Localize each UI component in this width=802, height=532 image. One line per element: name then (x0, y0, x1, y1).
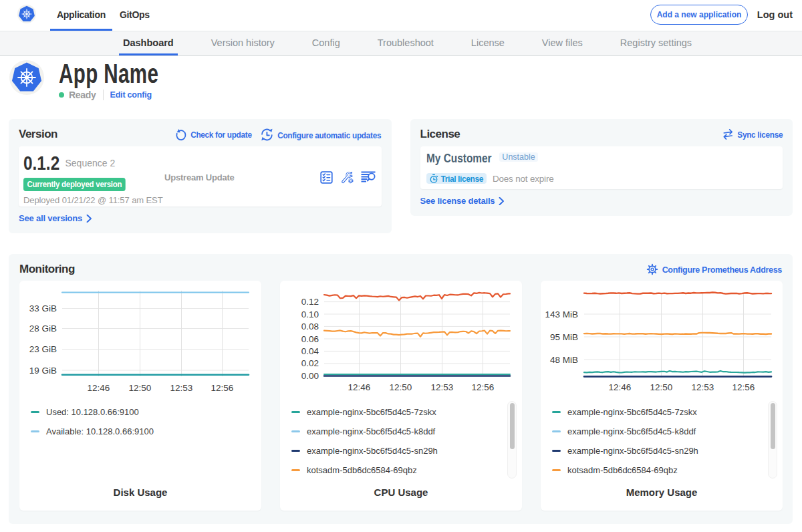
svg-text:12:56: 12:56 (211, 383, 234, 393)
svg-text:0.06: 0.06 (301, 334, 319, 344)
svg-text:12:46: 12:46 (609, 382, 632, 392)
svg-text:12:56: 12:56 (472, 382, 495, 392)
svg-text:12:50: 12:50 (129, 383, 152, 393)
svg-text:12:46: 12:46 (348, 382, 371, 392)
svg-text:0.02: 0.02 (301, 358, 319, 368)
svg-text:0.12: 0.12 (301, 297, 319, 307)
svg-text:0.10: 0.10 (301, 309, 319, 319)
svg-text:12:56: 12:56 (732, 382, 755, 392)
svg-text:28 GiB: 28 GiB (29, 323, 57, 334)
svg-text:95 MiB: 95 MiB (550, 332, 578, 342)
svg-text:33 GiB: 33 GiB (29, 303, 57, 313)
svg-text:12:53: 12:53 (431, 382, 454, 392)
svg-text:0.04: 0.04 (301, 346, 319, 356)
svg-text:23 GiB: 23 GiB (29, 344, 57, 354)
svg-text:143 MiB: 143 MiB (545, 309, 578, 319)
svg-text:0.08: 0.08 (301, 321, 319, 331)
svg-text:12:46: 12:46 (88, 383, 110, 393)
svg-text:48 MiB: 48 MiB (550, 355, 578, 365)
svg-text:12:50: 12:50 (390, 382, 412, 392)
svg-text:12:53: 12:53 (170, 383, 193, 393)
svg-text:12:50: 12:50 (650, 382, 673, 392)
svg-text:19 GiB: 19 GiB (29, 366, 57, 376)
svg-text:0.00: 0.00 (301, 371, 319, 381)
svg-text:12:53: 12:53 (692, 382, 714, 392)
